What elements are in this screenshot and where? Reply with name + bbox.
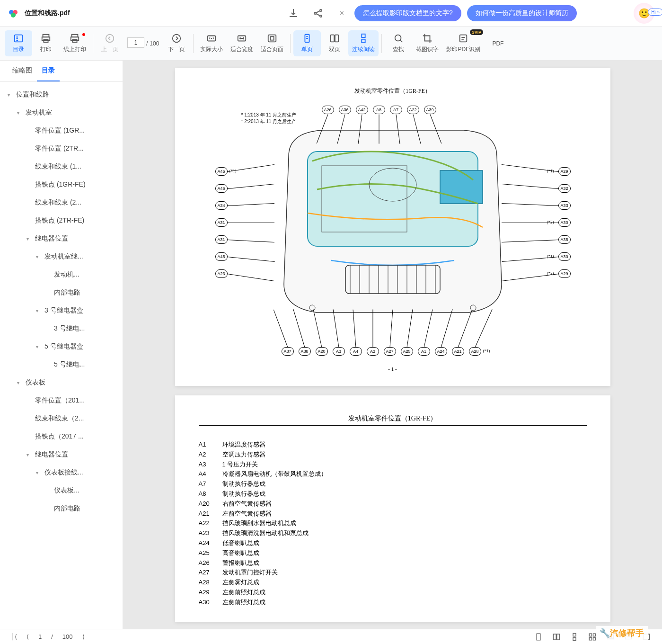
fit-page-button[interactable]: 适合页面 xyxy=(257,30,287,56)
outline-item-label: 线束和线束 (2... xyxy=(35,198,81,207)
page-number-input[interactable] xyxy=(127,37,144,48)
outline-item[interactable]: ▸零件位置 (1GR... xyxy=(0,122,123,140)
diagram-label: A45 xyxy=(215,167,228,176)
outline-item[interactable]: ▸线束和线束 (2... xyxy=(0,194,123,212)
single-view-icon[interactable] xyxy=(534,633,543,641)
diagram-label: A31 xyxy=(215,218,228,227)
screenshot-ocr-button[interactable]: 截图识字 xyxy=(412,30,442,56)
pdf-ocr-button[interactable]: SVIP影印PDF识别 xyxy=(442,30,484,56)
fit-width-button[interactable]: 适合宽度 xyxy=(227,30,257,56)
outline-item-label: 3 号继电... xyxy=(54,324,85,333)
outline-item[interactable]: ▾仪表板 xyxy=(0,374,123,392)
outline-item[interactable]: ▸零件位置 (2TR... xyxy=(0,140,123,158)
first-page-icon[interactable]: ⎮⟨ xyxy=(11,633,17,640)
crop-icon xyxy=(422,33,433,44)
prev-page-button[interactable]: 上一页 xyxy=(96,30,124,56)
outline-item[interactable]: ▸3 号继电... xyxy=(0,320,123,338)
svg-rect-51 xyxy=(593,637,596,640)
share-icon[interactable] xyxy=(312,8,324,19)
outline-item[interactable]: ▸内部电路 xyxy=(0,500,123,518)
print-button[interactable]: 打印 xyxy=(32,30,60,56)
chevron-down-icon[interactable]: ▾ xyxy=(17,380,24,385)
chevron-down-icon[interactable]: ▾ xyxy=(36,308,43,313)
outline-item[interactable]: ▸内部电路 xyxy=(0,284,123,302)
outline-button[interactable]: 目录 xyxy=(5,30,32,56)
diagram-label: A37 xyxy=(282,347,294,356)
part-code: A25 xyxy=(199,548,222,558)
table-row: A28左侧雾灯总成 xyxy=(199,578,587,588)
outline-item[interactable]: ▾位置和线路 xyxy=(0,86,123,104)
page2-title: 发动机室零件位置（1GR-FE） xyxy=(199,414,587,426)
page-indicator: / 100 xyxy=(124,35,163,53)
outline-item-label: 仪表板 xyxy=(26,378,45,387)
part-code: A28 xyxy=(199,578,222,588)
pdf-more-button[interactable]: PDF xyxy=(484,37,512,50)
continuous-view-icon[interactable] xyxy=(570,633,579,641)
diagram-note: (*2) xyxy=(547,220,554,224)
outline-item[interactable]: ▸搭铁点（2017 ... xyxy=(0,428,123,446)
outline-item[interactable]: ▾继电器位置 xyxy=(0,446,123,464)
chevron-down-icon[interactable]: ▾ xyxy=(36,254,43,259)
avatar[interactable]: 🙂 Hi » xyxy=(634,3,654,24)
download-icon[interactable] xyxy=(288,8,299,19)
next-page-icon[interactable]: ⟩ xyxy=(82,633,85,640)
cloud-print-button[interactable]: 线上打印 xyxy=(60,30,90,56)
outline-item[interactable]: ▸线束和线束 (1... xyxy=(0,158,123,176)
prev-page-icon[interactable]: ⟨ xyxy=(26,633,29,640)
suggestion-pill-1[interactable]: 怎么提取影印版文档里的文字? xyxy=(354,5,461,21)
double-view-icon[interactable] xyxy=(552,633,561,641)
outline-item[interactable]: ▾发动机室继... xyxy=(0,248,123,266)
fit-width-icon xyxy=(237,33,247,44)
outline-item[interactable]: ▸发动机... xyxy=(0,266,123,284)
chevron-down-icon[interactable]: ▾ xyxy=(36,470,43,475)
chevron-down-icon[interactable]: ▾ xyxy=(26,236,33,242)
diagram-label: A27 xyxy=(384,347,396,356)
diagram-label: A2 xyxy=(367,347,379,356)
next-page-button[interactable]: 下一页 xyxy=(163,30,190,56)
close-suggestions-icon[interactable]: × xyxy=(340,9,344,18)
outline-item-label: 发动机室继... xyxy=(44,252,83,261)
chevron-down-icon[interactable]: ▾ xyxy=(36,344,43,349)
continuous-button[interactable]: 连续阅读 xyxy=(348,30,379,56)
sidebar: 缩略图 目录 ▾位置和线路▾发动机室▸零件位置 (1GR...▸零件位置 (2T… xyxy=(0,61,123,629)
outline-item[interactable]: ▾仪表板接线... xyxy=(0,464,123,482)
outline-tree[interactable]: ▾位置和线路▾发动机室▸零件位置 (1GR...▸零件位置 (2TR...▸线束… xyxy=(0,82,123,629)
chevron-down-icon[interactable]: ▾ xyxy=(8,92,14,98)
svg-rect-25 xyxy=(460,35,467,42)
outline-item[interactable]: ▸5 号继电... xyxy=(0,356,123,374)
table-row: A26警报喇叭总成 xyxy=(199,558,587,568)
notification-dot-icon xyxy=(82,33,85,36)
table-row: A25高音喇叭总成 xyxy=(199,548,587,558)
tab-thumbnails[interactable]: 缩略图 xyxy=(8,61,37,81)
page-number-label: - 1 - xyxy=(199,366,587,372)
outline-item[interactable]: ▸零件位置（201... xyxy=(0,392,123,410)
diagram-label: A28 xyxy=(469,347,481,356)
outline-item[interactable]: ▾3 号继电器盒 xyxy=(0,302,123,320)
part-code: A27 xyxy=(199,568,222,578)
diagram-label: A29 xyxy=(558,167,571,176)
search-button[interactable]: 查找 xyxy=(385,30,412,56)
chevron-down-icon[interactable]: ▾ xyxy=(26,452,33,457)
outline-item[interactable]: ▸线束和线束（2... xyxy=(0,410,123,428)
outline-item[interactable]: ▸搭铁点 (1GR-FE) xyxy=(0,176,123,194)
single-page-button[interactable]: 单页 xyxy=(293,30,321,56)
document-viewport[interactable]: 发动机室零件位置（1GR-FE） * 1:2013 年 11 月之前生产 * 2… xyxy=(123,61,662,629)
outline-item[interactable]: ▾5 号继电器盒 xyxy=(0,338,123,356)
outline-item[interactable]: ▸搭铁点 (2TR-FE) xyxy=(0,212,123,230)
tab-outline[interactable]: 目录 xyxy=(37,61,60,81)
svg-rect-50 xyxy=(589,637,591,640)
chevron-down-icon[interactable]: ▾ xyxy=(17,110,24,116)
actual-size-button[interactable]: 实际大小 xyxy=(196,30,227,56)
bottombar: ⎮⟨ ⟨ 1 / 100 ⟩ 1:1 xyxy=(0,629,662,644)
outline-item[interactable]: ▸仪表板... xyxy=(0,482,123,500)
help-suggestions: × 怎么提取影印版文档里的文字? 如何做一份高质量的设计师简历 xyxy=(340,5,577,21)
outline-item-label: 位置和线路 xyxy=(16,90,49,99)
continuous-icon xyxy=(358,33,369,44)
part-description: 制动执行器总成 xyxy=(222,479,265,489)
double-page-button[interactable]: 双页 xyxy=(321,30,348,56)
outline-item[interactable]: ▾继电器位置 xyxy=(0,230,123,248)
double-page-icon xyxy=(329,33,340,44)
outline-item[interactable]: ▾发动机室 xyxy=(0,104,123,122)
suggestion-pill-2[interactable]: 如何做一份高质量的设计师简历 xyxy=(467,5,577,21)
part-description: 制动执行器总成 xyxy=(222,489,265,499)
